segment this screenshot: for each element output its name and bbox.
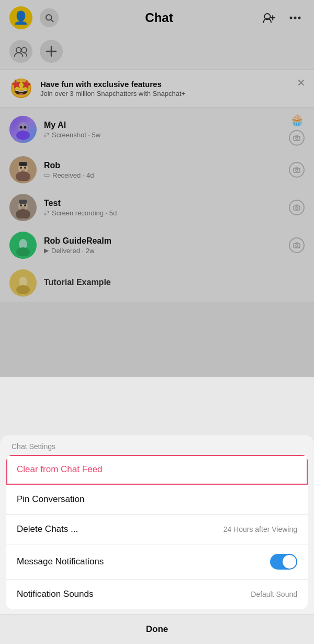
message-notifications-button[interactable]: Message Notifications [6,544,308,580]
notification-sounds-button[interactable]: Notification Sounds Default Sound [6,580,308,609]
chat-settings-sheet: Chat Settings Clear from Chat Feed Pin C… [0,435,314,644]
dim-overlay [0,0,314,377]
done-button[interactable]: Done [0,614,314,644]
clear-chat-feed-label: Clear from Chat Feed [17,464,102,475]
message-notifications-label: Message Notifications [17,556,104,567]
toggle-knob [283,555,296,569]
delete-chats-button[interactable]: Delete Chats ... 24 Hours after Viewing [6,515,308,544]
delete-chats-value: 24 Hours after Viewing [223,525,297,533]
message-notifications-toggle[interactable] [270,554,297,570]
pin-conversation-label: Pin Conversation [17,494,84,505]
notification-sounds-value: Default Sound [251,590,297,598]
sheet-items-list: Clear from Chat Feed Pin Conversation De… [6,455,308,609]
clear-chat-feed-button[interactable]: Clear from Chat Feed [6,455,308,485]
notification-sounds-label: Notification Sounds [17,589,93,599]
pin-conversation-button[interactable]: Pin Conversation [6,485,308,515]
sheet-title: Chat Settings [0,435,314,455]
delete-chats-label: Delete Chats ... [17,524,78,534]
